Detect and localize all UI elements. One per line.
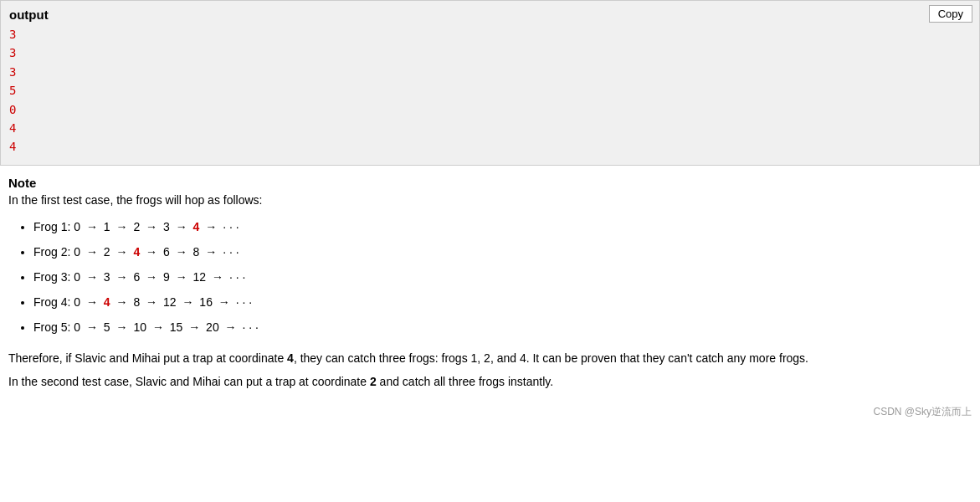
note-intro: In the first test case, the frogs will h… — [8, 193, 972, 207]
output-line: 3 — [9, 63, 971, 81]
list-item: Frog 4: 0 → 4 → 8 → 12 → 16 → · · · — [33, 290, 972, 314]
output-section: output Copy 3335044 — [0, 0, 980, 166]
note-section: Note In the first test case, the frogs w… — [0, 176, 980, 392]
output-line: 3 — [9, 44, 971, 62]
frog-label: Frog 2: — [33, 245, 74, 259]
output-line: 3 — [9, 25, 971, 44]
frog-label: Frog 5: — [33, 320, 74, 334]
frog-sequence: 0 → 4 → 8 → 12 → 16 → · · · — [74, 295, 252, 309]
conclusion-1: Therefore, if Slavic and Mihai put a tra… — [8, 349, 972, 367]
output-line: 4 — [9, 119, 971, 137]
conclusion-2: In the second test case, Slavic and Miha… — [8, 372, 972, 391]
frog-list: Frog 1: 0 → 1 → 2 → 3 → 4 → · · · Frog 2… — [8, 215, 972, 339]
list-item: Frog 5: 0 → 5 → 10 → 15 → 20 → · · · — [33, 315, 972, 339]
frog-sequence: 0 → 3 → 6 → 9 → 12 → · · · — [74, 270, 245, 284]
list-item: Frog 1: 0 → 1 → 2 → 3 → 4 → · · · — [33, 215, 972, 238]
frog-label: Frog 3: — [33, 270, 74, 284]
output-line: 0 — [9, 100, 971, 119]
frog-sequence: 0 → 5 → 10 → 15 → 20 → · · · — [74, 320, 259, 334]
copy-button[interactable]: Copy — [929, 5, 972, 23]
frog-label: Frog 4: — [33, 295, 74, 309]
output-line: 5 — [9, 81, 971, 100]
frog-sequence: 0 → 1 → 2 → 3 → 4 → · · · — [74, 220, 239, 233]
frog-sequence: 0 → 2 → 4 → 6 → 8 → · · · — [74, 245, 239, 259]
frog-label: Frog 1: — [33, 220, 74, 233]
output-header: output — [9, 8, 971, 22]
list-item: Frog 2: 0 → 2 → 4 → 6 → 8 → · · · — [33, 240, 972, 264]
watermark: CSDN @Sky逆流而上 — [0, 397, 980, 423]
output-values: 3335044 — [9, 25, 971, 156]
note-title: Note — [8, 176, 972, 190]
list-item: Frog 3: 0 → 3 → 6 → 9 → 12 → · · · — [33, 265, 972, 289]
output-line: 4 — [9, 137, 971, 156]
